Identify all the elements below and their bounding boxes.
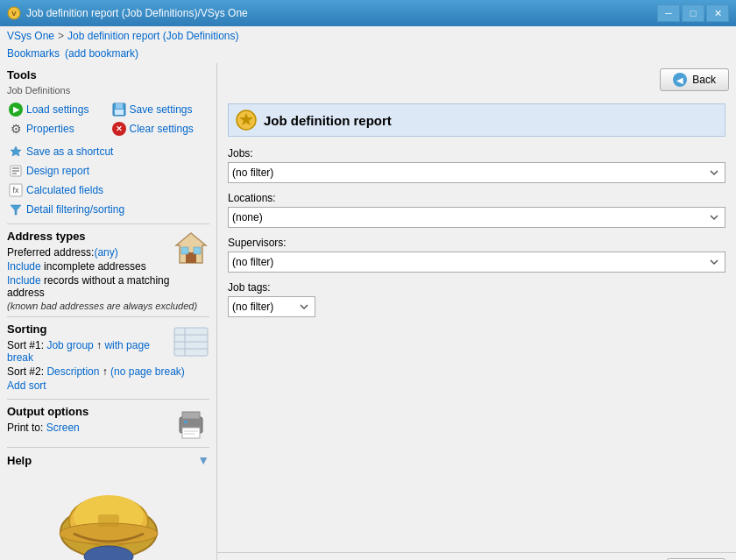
sort1-field[interactable]: Job group xyxy=(46,339,93,351)
load-settings-label: Load settings xyxy=(26,103,88,116)
print-to-label: Print to: xyxy=(7,422,43,434)
sort2-label: Sort #2: xyxy=(7,365,44,378)
design-report-label: Design report xyxy=(26,165,89,177)
report-title: Job definition report xyxy=(264,113,392,128)
locations-field-group: Locations: (none) xyxy=(228,192,725,228)
left-panel: Tools Job Definitions ▶ Load settings xyxy=(0,63,217,560)
content-area: Tools Job Definitions ▶ Load settings xyxy=(0,63,736,560)
right-panel: ◀ Back Job definition report xyxy=(217,63,736,560)
close-button[interactable]: ✕ xyxy=(706,4,729,22)
job-tags-select[interactable]: (no filter) xyxy=(228,296,315,317)
sort1-dir: ↑ xyxy=(96,339,102,351)
jobs-field-group: Jobs: (no filter) xyxy=(228,147,725,183)
maximize-button[interactable]: □ xyxy=(682,4,704,22)
title-bar: V Job definition report (Job Definitions… xyxy=(0,0,736,26)
tools-subsection: Job Definitions xyxy=(7,85,209,96)
address-note: (known bad addresses are always excluded… xyxy=(7,301,209,311)
svg-rect-24 xyxy=(182,428,200,438)
tools-grid: ▶ Load settings Save settings xyxy=(7,101,209,138)
printer-icon xyxy=(173,405,209,442)
divider-1 xyxy=(7,223,209,224)
back-label: Back xyxy=(692,74,716,86)
include-incomplete-link[interactable]: Include xyxy=(7,260,41,273)
help-section: Help ▼ xyxy=(7,453,209,467)
save-shortcut-icon xyxy=(9,145,23,159)
job-tags-label: Job tags: xyxy=(228,281,725,294)
report-header-icon xyxy=(236,110,257,131)
breadcrumb-current[interactable]: Job definition report (Job Definitions) xyxy=(67,30,238,42)
bottom-bar: Print xyxy=(217,552,736,560)
calculated-fields-label: Calculated fields xyxy=(26,184,103,196)
job-tags-row: (no filter) xyxy=(228,296,725,317)
svg-rect-16 xyxy=(194,247,201,254)
svg-marker-12 xyxy=(11,205,21,215)
helmet-image-container xyxy=(7,471,209,560)
divider-4 xyxy=(7,447,209,448)
load-settings-icon: ▶ xyxy=(9,103,23,117)
back-button[interactable]: ◀ Back xyxy=(660,68,729,91)
save-settings-item[interactable]: Save settings xyxy=(110,101,210,118)
tools-section-title: Tools xyxy=(7,68,209,82)
svg-rect-25 xyxy=(184,421,188,423)
divider-3 xyxy=(7,399,209,400)
preferred-label: Preferred address: xyxy=(7,246,94,259)
preferred-value[interactable]: (any) xyxy=(94,246,117,259)
app-icon: V xyxy=(7,6,21,20)
sort2-dir: ↑ xyxy=(103,365,108,378)
window-controls: ─ □ ✕ xyxy=(657,4,729,22)
divider-2 xyxy=(7,316,209,317)
clear-settings-icon: ✕ xyxy=(112,122,126,136)
load-settings-item[interactable]: ▶ Load settings xyxy=(7,101,107,118)
job-tags-field-group: Job tags: (no filter) xyxy=(228,281,725,317)
sorting-section: Sorting Sort #1: Job group ↑ with page b… xyxy=(7,323,209,393)
window-content: VSys One > Job definition report (Job De… xyxy=(0,26,736,560)
top-right-bar: ◀ Back xyxy=(217,63,736,96)
add-bookmark-link[interactable]: (add bookmark) xyxy=(65,47,138,60)
svg-marker-5 xyxy=(11,146,21,156)
calculated-fields-icon: fx xyxy=(9,183,23,197)
house-icon xyxy=(173,230,209,266)
jobs-label: Jobs: xyxy=(228,147,725,159)
help-title: Help xyxy=(7,454,32,467)
help-arrow-icon: ▼ xyxy=(197,453,209,467)
sort2-field[interactable]: Description xyxy=(46,365,99,378)
add-sort-link[interactable]: Add sort xyxy=(7,379,46,392)
jobs-select[interactable]: (no filter) xyxy=(228,162,725,183)
save-shortcut-item[interactable]: Save as a shortcut xyxy=(7,143,209,160)
helmet-image xyxy=(47,471,170,560)
include-no-matching-link[interactable]: Include xyxy=(7,274,41,287)
detail-filtering-label: Detail filtering/sorting xyxy=(26,203,124,216)
save-shortcut-label: Save as a shortcut xyxy=(26,145,113,158)
sort1-label: Sort #1: xyxy=(7,339,44,351)
svg-text:V: V xyxy=(11,10,17,18)
print-to-value[interactable]: Screen xyxy=(46,422,80,434)
properties-label: Properties xyxy=(26,123,74,135)
bookmarks-link[interactable]: Bookmarks xyxy=(7,47,60,60)
svg-rect-32 xyxy=(98,514,119,527)
detail-filtering-icon xyxy=(9,202,23,216)
supervisors-select[interactable]: (no filter) xyxy=(228,252,725,273)
sort-icon xyxy=(173,323,209,359)
breadcrumb-home[interactable]: VSys One xyxy=(7,30,54,42)
back-arrow-icon: ◀ xyxy=(673,73,687,87)
design-report-item[interactable]: Design report xyxy=(7,162,209,180)
clear-settings-item[interactable]: ✕ Clear settings xyxy=(110,120,210,138)
svg-rect-23 xyxy=(182,412,200,419)
output-section: Output options Print to: Screen xyxy=(7,405,209,442)
save-settings-label: Save settings xyxy=(130,103,193,116)
design-report-icon xyxy=(9,164,23,178)
properties-icon: ⚙ xyxy=(9,122,23,136)
supervisors-field-group: Supervisors: (no filter) xyxy=(228,237,725,273)
minimize-button[interactable]: ─ xyxy=(657,4,680,22)
address-types-section: Address types Preferred address:(any) In… xyxy=(7,230,209,311)
locations-select[interactable]: (none) xyxy=(228,207,725,228)
properties-item[interactable]: ⚙ Properties xyxy=(7,120,107,138)
save-settings-icon xyxy=(112,103,126,117)
detail-filtering-item[interactable]: Detail filtering/sorting xyxy=(7,201,209,218)
supervisors-label: Supervisors: xyxy=(228,237,725,249)
calculated-fields-item[interactable]: fx Calculated fields xyxy=(7,181,209,199)
report-header: Job definition report xyxy=(228,103,725,137)
bookmarks-bar: Bookmarks (add bookmark) xyxy=(0,46,736,63)
sort2-break[interactable]: (no page break) xyxy=(110,365,185,378)
report-area: Job definition report Jobs: (no filter) … xyxy=(217,96,736,552)
